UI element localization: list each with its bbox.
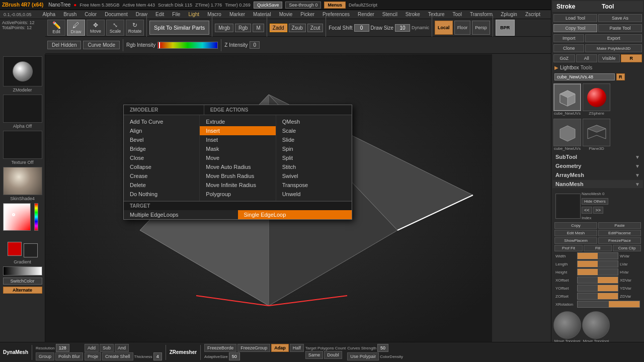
load-tool-button[interactable]: Load Tool [553, 14, 597, 22]
menu-alpha[interactable]: Alpha [41, 11, 57, 18]
bpr-button[interactable]: BPR [496, 20, 515, 36]
cube-thumb-2[interactable] [553, 119, 581, 146]
zsphere-thumb[interactable] [583, 83, 610, 111]
save-as-button[interactable]: Save As [598, 14, 642, 22]
menu-insert[interactable]: Insert [200, 126, 275, 135]
menu-spin[interactable]: Spin [276, 144, 352, 153]
menu-crease[interactable]: Crease [124, 171, 199, 180]
menu-bridge[interactable]: Bridge [124, 144, 199, 153]
polish-blur-button[interactable]: Polish Blur [55, 352, 83, 360]
menu-light[interactable]: Light [187, 11, 201, 18]
move-topologi-thumb-1[interactable] [553, 311, 581, 339]
menu-delete[interactable]: Delete [124, 180, 199, 190]
menu-qmesh[interactable]: QMesh [276, 117, 352, 126]
freeze-border-button[interactable]: FreezeBorde [204, 344, 236, 352]
menu-stencil[interactable]: Stencil [381, 11, 399, 18]
export-button[interactable]: Export [585, 34, 642, 42]
menu-zscript[interactable]: Zscript [524, 11, 542, 18]
alpha-thumb[interactable] [3, 95, 42, 123]
adaptive-size-value[interactable]: 50 [229, 352, 240, 360]
menu-transpose[interactable]: Transpose [276, 180, 352, 190]
menu-bevel[interactable]: Bevel [124, 135, 199, 144]
make-polymesh-button[interactable]: Make PolyMesh3D [585, 44, 642, 52]
curves-strength-value[interactable]: 50 [377, 344, 388, 352]
all-button[interactable]: All [576, 54, 598, 62]
sub-button[interactable]: Sub [100, 344, 114, 352]
freeze-group-button[interactable]: FreezeGroup [237, 344, 270, 352]
mrgb-button[interactable]: Mrgb [215, 24, 233, 32]
dynamic-label[interactable]: Dynamic [412, 25, 429, 30]
goz-button[interactable]: GoZ [553, 54, 575, 62]
thickness-value[interactable]: 4 [153, 352, 162, 360]
add-button[interactable]: Add [85, 344, 99, 352]
menu-texture[interactable]: Texture [427, 11, 446, 18]
viewport[interactable]: ZMODELER EDGE ACTIONS Add To Curve Align… [45, 54, 492, 342]
menu-close[interactable]: Close [124, 153, 199, 162]
menu-mask[interactable]: Mask [200, 144, 275, 153]
nm-width-slider[interactable] [577, 252, 618, 259]
nm-freezeplace-button[interactable]: FreezePlace [598, 237, 641, 244]
zcut-button[interactable]: Zcut [307, 24, 323, 32]
name-r-button[interactable]: R [616, 73, 625, 80]
alternate-button[interactable]: Alternate [3, 287, 42, 294]
resolution-value[interactable]: 128 [56, 344, 69, 352]
menu-do-nothing[interactable]: Do Nothing [124, 190, 199, 199]
menu-slide[interactable]: Slide [276, 135, 352, 144]
menu-file[interactable]: File [171, 11, 182, 18]
del-hidden-button[interactable]: Del Hidden [47, 41, 81, 49]
visible-button[interactable]: Visible [598, 54, 620, 62]
subtool-section-header[interactable]: SubTool ▼ [552, 153, 643, 161]
adap-button[interactable]: Adap [271, 344, 289, 352]
nm-xrotation-slider[interactable] [577, 301, 640, 308]
nm-height-slider[interactable] [577, 268, 618, 276]
plane3d-thumb[interactable] [583, 119, 610, 146]
nm-fill-button[interactable]: Fill [584, 245, 612, 251]
menu-document[interactable]: Document [103, 11, 129, 18]
move-topologi-1[interactable]: Move Topologi [553, 311, 581, 343]
nm-prev-button[interactable]: << [582, 207, 592, 214]
menu-tool[interactable]: Tool [451, 11, 463, 18]
cube-thumb-main[interactable] [553, 83, 581, 111]
nm-consclip-button[interactable]: Cons Clip [613, 245, 641, 251]
material-thumb[interactable] [3, 167, 42, 195]
nm-placeholder-thumb[interactable] [555, 194, 581, 219]
rotate-button[interactable]: ↻ Rotate [126, 20, 144, 36]
thumb-plane3d[interactable]: Plane3D [583, 119, 610, 151]
gradient-bar[interactable] [3, 266, 42, 276]
nm-showplacem-button[interactable]: ShowPlacem [554, 237, 597, 244]
menu-material[interactable]: Material [252, 11, 273, 18]
clone-button[interactable]: Clone [553, 44, 584, 52]
menu-edit[interactable]: Edit [154, 11, 166, 18]
nm-yoffset-slider[interactable] [577, 285, 618, 292]
menu-polygroup[interactable]: Polygroup [200, 190, 275, 199]
cube-name-input[interactable] [554, 73, 615, 80]
local-button[interactable]: Local [435, 21, 453, 35]
use-polypair-button[interactable]: Use Polypair [347, 352, 379, 360]
menu-split[interactable]: Split [276, 153, 352, 162]
edit-button[interactable]: ✏️ Edit [47, 20, 65, 36]
focal-shift-value[interactable]: 0 [354, 24, 369, 32]
zadd-button[interactable]: Zadd [270, 24, 287, 32]
m-button[interactable]: M [253, 24, 264, 32]
menu-move-auto-radius[interactable]: Move Auto Radius [200, 162, 275, 171]
persp-button[interactable]: Persp [472, 21, 490, 35]
menu-add-to-curve[interactable]: Add To Curve [124, 117, 199, 126]
nm-copy-button[interactable]: Copy [554, 222, 597, 229]
split-to-similar-parts-button[interactable]: Split To Similar Parts [149, 21, 209, 35]
menu-picker[interactable]: Picker [299, 11, 316, 18]
same-button[interactable]: Same [305, 351, 324, 359]
z-intensity-value[interactable]: 0 [250, 41, 260, 49]
half-button[interactable]: Half [290, 344, 304, 352]
seethrough-button[interactable]: See-through 0 [285, 2, 321, 9]
menu-move[interactable]: Move [200, 153, 275, 162]
nm-zoffset-slider[interactable] [577, 293, 618, 300]
menu-movie[interactable]: Movie [278, 11, 294, 18]
copy-tool-button[interactable]: Copy Tool [553, 24, 597, 32]
curve-mode-button[interactable]: Curve Mode [83, 41, 119, 49]
menu-align[interactable]: Align [124, 126, 199, 135]
nm-xoffset-slider[interactable] [577, 277, 618, 284]
draw-button[interactable]: 🖊 Draw [67, 20, 85, 36]
menu-macro[interactable]: Macro [206, 11, 223, 18]
project-button[interactable]: Proje [85, 352, 101, 360]
tool-tab[interactable]: Tool [598, 1, 643, 12]
